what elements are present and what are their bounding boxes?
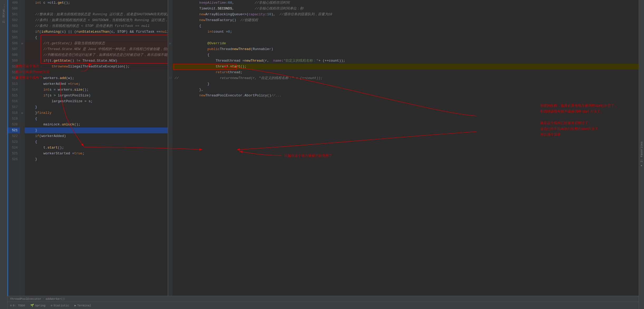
- code-line-526: }: [25, 156, 168, 162]
- line-518: 518: [7, 110, 20, 116]
- gutter-525: [20, 151, 25, 156]
- line-523: 523: [7, 139, 20, 145]
- gutter-506: ▷: [20, 41, 25, 46]
- rcode-line-10: {: [172, 52, 639, 58]
- code-line-512: workers. add (w);: [25, 75, 168, 81]
- left-code-view: 499 500 501 502 503 504 505 506 507 508 …: [7, 0, 168, 309]
- gutter-526: [20, 156, 25, 162]
- line-509: 509: [7, 58, 20, 64]
- code-line-503: //条件2：当前线程池的状态 < STOP 且传进来的 firstTask ==…: [25, 23, 168, 29]
- gutter-523: [20, 139, 25, 145]
- gutter-510: [20, 64, 25, 70]
- rcode-line-1: keepAliveTime : 60 , //非核心线程存活时间: [172, 0, 639, 6]
- code-line-518: } finally: [25, 110, 168, 116]
- left-code-content: int c = ctl. get (); //整体来说：如果当前线程池状态是 R…: [25, 0, 168, 309]
- status-bar: ≡ 6: TODO 🌱 Spring ⊙ Statistic ▶ Termina…: [7, 302, 639, 309]
- line-522: 522: [7, 133, 20, 139]
- line-506: 506: [7, 41, 20, 46]
- line-505: 505: [7, 35, 20, 41]
- code-line-508: //判断线程也是否已经运行起来了，如果线程状态是已经被启动了，表示后续不能再调用…: [25, 52, 168, 58]
- breadcrumb-separator: ›: [42, 297, 45, 301]
- rgutter-6: [168, 29, 172, 35]
- line-499: 499: [7, 0, 20, 6]
- spring-icon: 🌱: [30, 304, 34, 307]
- terminal-label: Terminal: [77, 304, 91, 307]
- gutter-518: ▷: [20, 110, 25, 116]
- rcode-line-3: new ArrayBlockingQueue <>( capacity : 10…: [172, 12, 639, 17]
- line-516: 516: [7, 99, 20, 104]
- line-525: 525: [7, 151, 20, 156]
- code-line-517: }: [25, 104, 168, 110]
- line-520: 520: [7, 122, 20, 127]
- code-line-510: throw new IllegalThreadStateException ()…: [25, 64, 168, 70]
- left-line-numbers: 499 500 501 502 503 504 505 506 507 508 …: [7, 0, 20, 309]
- statistic-status[interactable]: ⊙ Statistic: [51, 304, 69, 307]
- todo-label: 6: TODO: [13, 304, 25, 307]
- gutter-515: [20, 93, 25, 99]
- main-container: Z: Struc... 499 500 501 502 503 504 505 …: [0, 0, 644, 309]
- code-line-520: mainLock. unlock ();: [25, 122, 168, 127]
- code-line-504: if ( isRunning (c) || ( runStateLessThan…: [25, 29, 168, 35]
- gutter-500: [20, 6, 25, 12]
- gutter-514: [20, 87, 25, 93]
- code-line-523: {: [25, 139, 168, 145]
- rgutter-3: [168, 12, 172, 17]
- rgutter-14: //: [168, 75, 172, 81]
- code-line-514: int s = workers. size ();: [25, 87, 168, 93]
- rcode-line-12: thread. start ();: [172, 64, 639, 70]
- line-515: 515: [7, 93, 20, 99]
- rcode-line-2: TimeUnit. SECONDS , //非核心线程存活时间单位：秒: [172, 6, 639, 12]
- code-line-509: if (t. getState () != Thread.State.NEW): [25, 58, 168, 64]
- gutter-508: [20, 52, 25, 58]
- code-line-507: //Thread.State.NEW 是 Java 中线程的一种状态，表示线程已…: [25, 46, 168, 52]
- gutter-504: [20, 29, 25, 35]
- code-line-519: {: [25, 116, 168, 122]
- code-line-511: [25, 70, 168, 75]
- line-503: 503: [7, 23, 20, 29]
- right-code-content: keepAliveTime : 60 , //非核心线程存活时间 TimeUni…: [172, 0, 639, 309]
- right-sidebar: ★ 2: Favorites: [639, 0, 644, 309]
- structure-icon[interactable]: Z: Struc...: [2, 3, 6, 24]
- breadcrumb-class: ThreadPoolExecutor: [10, 297, 41, 301]
- gutter-512: [20, 75, 25, 81]
- gutter-503: [20, 23, 25, 29]
- breadcrumb-method: addWorker(): [46, 297, 65, 301]
- rgutter-9: [168, 46, 172, 52]
- breadcrumb: ThreadPoolExecutor › addWorker(): [7, 296, 639, 302]
- line-524: 524: [7, 145, 20, 151]
- favorites-label: ★ 2: Favorites: [640, 141, 643, 168]
- right-gutter: ▷ //: [168, 0, 172, 309]
- rcode-line-8: @Override: [172, 41, 639, 46]
- todo-status[interactable]: ≡ 6: TODO: [10, 304, 25, 307]
- rcode-line-9: public Thread newThread ( Runnable r ): [172, 46, 639, 52]
- gutter-509: [20, 58, 25, 64]
- terminal-status[interactable]: ▶ Terminal: [74, 304, 91, 307]
- rcode-line-13: return thread;: [172, 70, 639, 75]
- rgutter-10: [168, 52, 172, 58]
- rcode-line-14: // return new Thread(r, "自定义的线程名称：" + (+…: [172, 75, 639, 81]
- line-504: 504: [7, 29, 20, 35]
- code-line-521: }: [25, 127, 168, 133]
- gutter-513: [20, 81, 25, 87]
- line-526: 526: [7, 156, 20, 162]
- line-511: 511: [7, 70, 20, 75]
- code-line-505: {: [25, 35, 168, 41]
- code-line-524: t. start ();: [25, 145, 168, 151]
- gutter-502: [20, 17, 25, 23]
- rgutter-5: [168, 23, 172, 29]
- spring-status[interactable]: 🌱 Spring: [30, 304, 46, 307]
- gutter-516: [20, 99, 25, 104]
- rcode-line-17: new ThreadPoolExecutor . AbortPolicy () …: [172, 93, 639, 99]
- todo-icon: ≡: [10, 304, 12, 307]
- line-501: 501: [7, 12, 20, 17]
- left-gutter: ▷ ▷: [20, 0, 25, 309]
- code-line-525: workerStarted = true ;: [25, 151, 168, 156]
- gutter-520: [20, 122, 25, 127]
- line-508: 508: [7, 52, 20, 58]
- rgutter-8: ▷: [168, 41, 172, 46]
- rgutter-16: [168, 87, 172, 93]
- code-line-513: workerAdded = true ;: [25, 81, 168, 87]
- gutter-517: [20, 104, 25, 110]
- code-line-499: int c = ctl. get ();: [25, 0, 168, 6]
- line-521: 521: [7, 127, 20, 133]
